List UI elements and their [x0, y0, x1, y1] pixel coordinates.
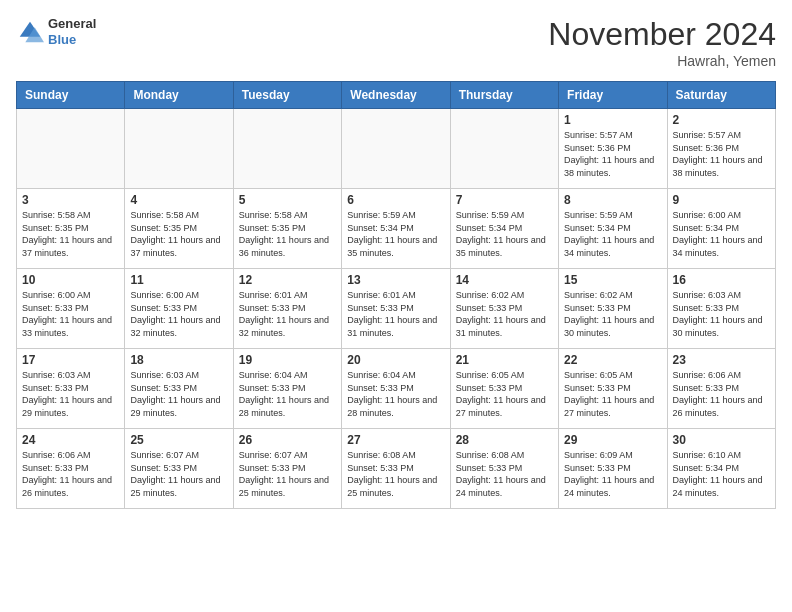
cell-info: Sunrise: 5:59 AMSunset: 5:34 PMDaylight:…	[564, 209, 661, 259]
calendar-cell: 30Sunrise: 6:10 AMSunset: 5:34 PMDayligh…	[667, 429, 775, 509]
calendar-week-row: 10Sunrise: 6:00 AMSunset: 5:33 PMDayligh…	[17, 269, 776, 349]
day-header-friday: Friday	[559, 82, 667, 109]
day-number: 24	[22, 433, 119, 447]
day-number: 3	[22, 193, 119, 207]
calendar-cell	[17, 109, 125, 189]
day-number: 4	[130, 193, 227, 207]
day-number: 25	[130, 433, 227, 447]
day-number: 22	[564, 353, 661, 367]
logo-text: General Blue	[48, 16, 96, 47]
cell-info: Sunrise: 5:57 AMSunset: 5:36 PMDaylight:…	[564, 129, 661, 179]
calendar-cell: 21Sunrise: 6:05 AMSunset: 5:33 PMDayligh…	[450, 349, 558, 429]
cell-info: Sunrise: 6:02 AMSunset: 5:33 PMDaylight:…	[564, 289, 661, 339]
cell-info: Sunrise: 6:09 AMSunset: 5:33 PMDaylight:…	[564, 449, 661, 499]
calendar-cell: 18Sunrise: 6:03 AMSunset: 5:33 PMDayligh…	[125, 349, 233, 429]
cell-info: Sunrise: 5:58 AMSunset: 5:35 PMDaylight:…	[239, 209, 336, 259]
day-number: 16	[673, 273, 770, 287]
logo-top: General	[48, 16, 96, 32]
calendar-cell: 25Sunrise: 6:07 AMSunset: 5:33 PMDayligh…	[125, 429, 233, 509]
cell-info: Sunrise: 5:58 AMSunset: 5:35 PMDaylight:…	[130, 209, 227, 259]
day-number: 8	[564, 193, 661, 207]
cell-info: Sunrise: 6:04 AMSunset: 5:33 PMDaylight:…	[347, 369, 444, 419]
cell-info: Sunrise: 6:04 AMSunset: 5:33 PMDaylight:…	[239, 369, 336, 419]
calendar-cell	[125, 109, 233, 189]
day-header-monday: Monday	[125, 82, 233, 109]
calendar-cell: 4Sunrise: 5:58 AMSunset: 5:35 PMDaylight…	[125, 189, 233, 269]
day-number: 2	[673, 113, 770, 127]
day-header-sunday: Sunday	[17, 82, 125, 109]
calendar-cell	[233, 109, 341, 189]
cell-info: Sunrise: 6:01 AMSunset: 5:33 PMDaylight:…	[347, 289, 444, 339]
cell-info: Sunrise: 6:01 AMSunset: 5:33 PMDaylight:…	[239, 289, 336, 339]
calendar-cell: 8Sunrise: 5:59 AMSunset: 5:34 PMDaylight…	[559, 189, 667, 269]
day-number: 6	[347, 193, 444, 207]
logo: General Blue	[16, 16, 96, 47]
cell-info: Sunrise: 6:07 AMSunset: 5:33 PMDaylight:…	[239, 449, 336, 499]
day-header-saturday: Saturday	[667, 82, 775, 109]
calendar-cell: 3Sunrise: 5:58 AMSunset: 5:35 PMDaylight…	[17, 189, 125, 269]
day-number: 28	[456, 433, 553, 447]
calendar-cell	[450, 109, 558, 189]
title-block: November 2024 Hawrah, Yemen	[548, 16, 776, 69]
cell-info: Sunrise: 6:00 AMSunset: 5:34 PMDaylight:…	[673, 209, 770, 259]
day-number: 7	[456, 193, 553, 207]
day-number: 1	[564, 113, 661, 127]
calendar-cell: 5Sunrise: 5:58 AMSunset: 5:35 PMDaylight…	[233, 189, 341, 269]
day-number: 5	[239, 193, 336, 207]
day-number: 26	[239, 433, 336, 447]
location-subtitle: Hawrah, Yemen	[548, 53, 776, 69]
calendar-cell: 9Sunrise: 6:00 AMSunset: 5:34 PMDaylight…	[667, 189, 775, 269]
calendar-cell: 16Sunrise: 6:03 AMSunset: 5:33 PMDayligh…	[667, 269, 775, 349]
day-number: 30	[673, 433, 770, 447]
calendar-cell: 10Sunrise: 6:00 AMSunset: 5:33 PMDayligh…	[17, 269, 125, 349]
calendar-cell: 14Sunrise: 6:02 AMSunset: 5:33 PMDayligh…	[450, 269, 558, 349]
cell-info: Sunrise: 6:03 AMSunset: 5:33 PMDaylight:…	[130, 369, 227, 419]
calendar-cell: 15Sunrise: 6:02 AMSunset: 5:33 PMDayligh…	[559, 269, 667, 349]
cell-info: Sunrise: 6:10 AMSunset: 5:34 PMDaylight:…	[673, 449, 770, 499]
cell-info: Sunrise: 6:07 AMSunset: 5:33 PMDaylight:…	[130, 449, 227, 499]
day-number: 29	[564, 433, 661, 447]
calendar-cell: 11Sunrise: 6:00 AMSunset: 5:33 PMDayligh…	[125, 269, 233, 349]
cell-info: Sunrise: 6:08 AMSunset: 5:33 PMDaylight:…	[456, 449, 553, 499]
day-number: 17	[22, 353, 119, 367]
day-number: 20	[347, 353, 444, 367]
calendar-cell: 28Sunrise: 6:08 AMSunset: 5:33 PMDayligh…	[450, 429, 558, 509]
page-header: General Blue November 2024 Hawrah, Yemen	[16, 16, 776, 69]
day-number: 19	[239, 353, 336, 367]
cell-info: Sunrise: 5:57 AMSunset: 5:36 PMDaylight:…	[673, 129, 770, 179]
cell-info: Sunrise: 5:59 AMSunset: 5:34 PMDaylight:…	[347, 209, 444, 259]
day-number: 12	[239, 273, 336, 287]
cell-info: Sunrise: 6:03 AMSunset: 5:33 PMDaylight:…	[22, 369, 119, 419]
calendar-cell: 27Sunrise: 6:08 AMSunset: 5:33 PMDayligh…	[342, 429, 450, 509]
day-number: 9	[673, 193, 770, 207]
day-number: 23	[673, 353, 770, 367]
calendar-cell: 1Sunrise: 5:57 AMSunset: 5:36 PMDaylight…	[559, 109, 667, 189]
calendar-cell: 20Sunrise: 6:04 AMSunset: 5:33 PMDayligh…	[342, 349, 450, 429]
calendar-cell: 23Sunrise: 6:06 AMSunset: 5:33 PMDayligh…	[667, 349, 775, 429]
cell-info: Sunrise: 6:05 AMSunset: 5:33 PMDaylight:…	[564, 369, 661, 419]
cell-info: Sunrise: 6:00 AMSunset: 5:33 PMDaylight:…	[130, 289, 227, 339]
calendar-cell: 7Sunrise: 5:59 AMSunset: 5:34 PMDaylight…	[450, 189, 558, 269]
day-number: 11	[130, 273, 227, 287]
month-title: November 2024	[548, 16, 776, 53]
cell-info: Sunrise: 5:58 AMSunset: 5:35 PMDaylight:…	[22, 209, 119, 259]
day-header-tuesday: Tuesday	[233, 82, 341, 109]
calendar-cell: 22Sunrise: 6:05 AMSunset: 5:33 PMDayligh…	[559, 349, 667, 429]
calendar-cell: 17Sunrise: 6:03 AMSunset: 5:33 PMDayligh…	[17, 349, 125, 429]
day-number: 14	[456, 273, 553, 287]
cell-info: Sunrise: 6:06 AMSunset: 5:33 PMDaylight:…	[673, 369, 770, 419]
calendar-cell: 26Sunrise: 6:07 AMSunset: 5:33 PMDayligh…	[233, 429, 341, 509]
calendar-cell: 29Sunrise: 6:09 AMSunset: 5:33 PMDayligh…	[559, 429, 667, 509]
cell-info: Sunrise: 5:59 AMSunset: 5:34 PMDaylight:…	[456, 209, 553, 259]
cell-info: Sunrise: 6:03 AMSunset: 5:33 PMDaylight:…	[673, 289, 770, 339]
calendar-table: SundayMondayTuesdayWednesdayThursdayFrid…	[16, 81, 776, 509]
calendar-cell: 2Sunrise: 5:57 AMSunset: 5:36 PMDaylight…	[667, 109, 775, 189]
logo-bottom: Blue	[48, 32, 96, 48]
day-header-wednesday: Wednesday	[342, 82, 450, 109]
day-number: 10	[22, 273, 119, 287]
calendar-cell: 24Sunrise: 6:06 AMSunset: 5:33 PMDayligh…	[17, 429, 125, 509]
cell-info: Sunrise: 6:00 AMSunset: 5:33 PMDaylight:…	[22, 289, 119, 339]
calendar-week-row: 24Sunrise: 6:06 AMSunset: 5:33 PMDayligh…	[17, 429, 776, 509]
day-number: 13	[347, 273, 444, 287]
calendar-cell: 12Sunrise: 6:01 AMSunset: 5:33 PMDayligh…	[233, 269, 341, 349]
